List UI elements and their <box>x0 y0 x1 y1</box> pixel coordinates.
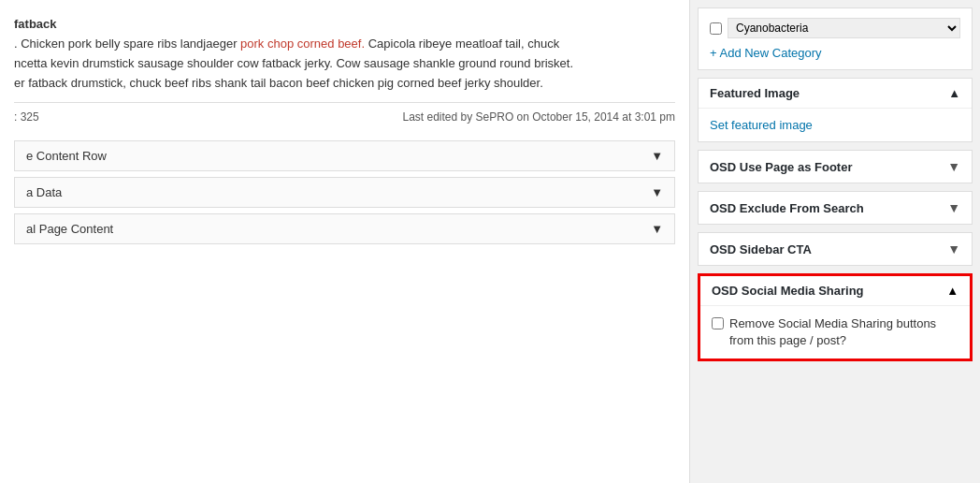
page-content-row-label: al Page Content <box>26 222 113 236</box>
content-row-label: e Content Row <box>26 149 107 163</box>
fatback-label: fatback <box>14 9 675 35</box>
meta-bar: : 325 Last edited by SePRO on October 15… <box>14 102 675 131</box>
social-media-content: Remove Social Media Sharing buttons from… <box>700 306 970 359</box>
last-edited: Last edited by SePRO on October 15, 2014… <box>402 110 675 124</box>
osd-search-toggle[interactable]: OSD Exclude From Search ▼ <box>698 191 973 225</box>
osd-footer-toggle[interactable]: OSD Use Page as Footer ▼ <box>698 150 973 183</box>
content-line1: . Chicken pork belly spare ribs landjaeg… <box>14 37 559 51</box>
categories-box: Cyanobacteria + Add New Category <box>698 7 973 70</box>
chevron-down-icon: ▼ <box>947 200 960 215</box>
content-row-toggle[interactable]: e Content Row ▼ <box>14 140 675 171</box>
chevron-down-icon: ▼ <box>947 242 960 256</box>
content-text: . Chicken pork belly spare ribs landjaeg… <box>14 35 675 93</box>
content-line2: ncetta kevin drumstick sausage shoulder … <box>14 56 573 70</box>
content-line3: er fatback drumstick, chuck beef ribs sh… <box>14 76 543 90</box>
featured-image-header: Featured Image ▲ <box>699 79 972 109</box>
social-media-checkbox-label[interactable]: Remove Social Media Sharing buttons from… <box>712 315 958 349</box>
chevron-down-icon: ▼ <box>651 222 663 236</box>
osd-sidebar-toggle[interactable]: OSD Sidebar CTA ▼ <box>698 232 973 266</box>
featured-image-title: Featured Image <box>710 86 800 100</box>
chevron-down-icon: ▼ <box>947 159 960 174</box>
cyanobacteria-checkbox[interactable] <box>710 22 722 35</box>
set-featured-image-link[interactable]: Set featured image <box>710 118 813 132</box>
word-count: : 325 <box>14 110 39 124</box>
chevron-down-icon: ▼ <box>651 149 663 163</box>
page-content-row-toggle[interactable]: al Page Content ▼ <box>14 213 675 244</box>
cyanobacteria-select[interactable]: Cyanobacteria <box>728 18 960 38</box>
chevron-up-icon: ▲ <box>946 284 958 298</box>
social-media-checkbox[interactable] <box>712 317 724 329</box>
osd-footer-label: OSD Use Page as Footer <box>710 160 852 174</box>
featured-image-box: Featured Image ▲ Set featured image <box>698 78 973 142</box>
featured-image-content: Set featured image <box>699 109 972 141</box>
categories-content: Cyanobacteria + Add New Category <box>699 8 972 69</box>
social-media-header: OSD Social Media Sharing ▲ <box>700 276 970 306</box>
chevron-up-icon: ▲ <box>948 86 960 100</box>
chevron-down-icon: ▼ <box>651 185 663 199</box>
osd-sidebar-label: OSD Sidebar CTA <box>710 242 812 256</box>
osd-search-label: OSD Exclude From Search <box>710 201 864 215</box>
social-media-checkbox-text: Remove Social Media Sharing buttons from… <box>729 315 958 349</box>
data-row-toggle[interactable]: a Data ▼ <box>14 177 675 208</box>
social-media-title: OSD Social Media Sharing <box>712 284 864 298</box>
left-panel: fatback . Chicken pork belly spare ribs … <box>0 0 690 483</box>
add-new-category-link[interactable]: + Add New Category <box>710 46 822 60</box>
category-select-row: Cyanobacteria <box>710 18 960 38</box>
data-row-label: a Data <box>26 185 62 199</box>
social-media-box: OSD Social Media Sharing ▲ Remove Social… <box>698 273 973 361</box>
right-sidebar: Cyanobacteria + Add New Category Feature… <box>690 0 980 483</box>
